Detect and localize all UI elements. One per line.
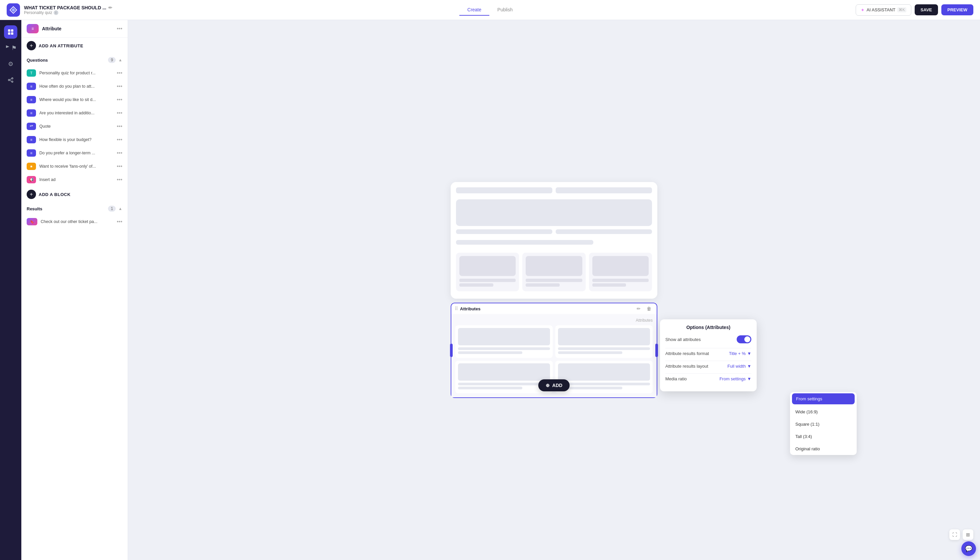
media-ratio-value: From settings: [719, 376, 746, 381]
edit-block-button[interactable]: ✏: [635, 305, 643, 312]
media-ratio-select[interactable]: From settings ▼: [719, 376, 751, 381]
format-select[interactable]: Title + % ▼: [729, 351, 751, 356]
q-menu-1[interactable]: •••: [117, 70, 122, 76]
drag-handle-icon[interactable]: ⠿: [455, 306, 458, 311]
question-item-1[interactable]: T Personality quiz for product r... •••: [21, 66, 128, 80]
question-item-3[interactable]: ≡ Where would you like to sit d... •••: [21, 93, 128, 106]
question-item-7[interactable]: ≡ Do you prefer a longer-term ... •••: [21, 146, 128, 160]
svg-point-6: [8, 79, 10, 81]
q-text-3: Where would you like to sit d...: [39, 97, 113, 102]
result-icon-1: 🔖: [27, 218, 37, 225]
attribute-menu-icon[interactable]: •••: [117, 26, 122, 32]
q-text-4: Are you interested in additio...: [39, 111, 113, 115]
question-item-2[interactable]: ≡ How often do you plan to att... •••: [21, 80, 128, 93]
svg-line-9: [10, 80, 12, 81]
dropdown-item-tall[interactable]: Tall (3:4): [790, 430, 857, 443]
q-text-8: Want to receive 'fans-only' of...: [39, 164, 113, 169]
sidebar-icon-grid[interactable]: [4, 25, 17, 39]
media-ratio-chevron-icon: ▼: [747, 376, 751, 381]
format-chevron-icon: ▼: [747, 351, 751, 356]
q-text-9: Insert ad: [39, 177, 113, 182]
question-item-5[interactable]: ❝❞ Quote •••: [21, 120, 128, 133]
svg-rect-4: [11, 32, 13, 35]
q-menu-4[interactable]: •••: [117, 110, 122, 116]
attr-item-4: [555, 361, 653, 393]
q-icon-5: ❝❞: [27, 123, 36, 130]
q-icon-3: ≡: [27, 96, 36, 103]
attributes-block-header: ⠿ Attributes ✏ 🗑: [451, 303, 657, 314]
attribute-badge: ≡: [27, 24, 39, 33]
show-all-toggle[interactable]: [737, 335, 751, 343]
option-show-all: Show all attributes: [665, 335, 751, 343]
result-item-1[interactable]: 🔖 Check out our other ticket pa... •••: [21, 215, 128, 228]
questions-chevron[interactable]: ▲: [118, 58, 122, 62]
result-menu-1[interactable]: •••: [117, 219, 122, 225]
chat-bubble[interactable]: 💬: [961, 541, 976, 556]
resize-handle-left[interactable]: [450, 344, 453, 357]
question-item-9[interactable]: 📢 Insert ad •••: [21, 173, 128, 186]
layout-value: Full width: [727, 364, 746, 369]
ai-assistant-button[interactable]: ✦ AI ASSISTANT ⌘K: [856, 4, 911, 16]
ai-shortcut: ⌘K: [897, 7, 906, 12]
q-menu-2[interactable]: •••: [117, 83, 122, 89]
save-button[interactable]: SAVE: [915, 4, 938, 15]
tab-create[interactable]: Create: [459, 4, 489, 16]
canvas-inner: ⠿ Attributes ✏ 🗑 Attributes: [451, 182, 657, 398]
info-icon[interactable]: i: [54, 10, 58, 15]
resize-handle-right[interactable]: [655, 344, 658, 357]
option-layout-label: Attribute results layout: [665, 364, 727, 369]
add-block-circle-icon: +: [27, 190, 36, 199]
sidebar-icon-flag[interactable]: ⚑: [4, 41, 17, 55]
add-block-float-button[interactable]: ⊕ ADD: [538, 379, 570, 391]
q-text-2: How often do you plan to att...: [39, 84, 113, 89]
left-panel: ≡ Attribute ••• + ADD AN ATTRIBUTE Quest…: [21, 20, 128, 560]
q-text-5: Quote: [39, 124, 113, 129]
question-item-8[interactable]: ★ Want to receive 'fans-only' of... •••: [21, 160, 128, 173]
nav-tabs: Create Publish: [459, 4, 521, 16]
main-layout: ⚑ ⚙ ≡ Attribute ••• + ADD AN ATTRIBUTE Q…: [0, 20, 980, 560]
edit-title-icon[interactable]: ✏: [108, 5, 112, 10]
sidebar-icon-share[interactable]: [4, 73, 17, 87]
q-menu-5[interactable]: •••: [117, 123, 122, 129]
preview-button[interactable]: PREVIEW: [941, 4, 973, 15]
dropdown-item-square[interactable]: Square (1:1): [790, 418, 857, 430]
dropdown-item-wide[interactable]: Wide (16:9): [790, 406, 857, 418]
tab-publish[interactable]: Publish: [489, 4, 521, 16]
layout-select[interactable]: Full width ▼: [727, 364, 751, 369]
option-layout: Attribute results layout Full width ▼: [665, 364, 751, 369]
option-format: Attribute results format Title + % ▼: [665, 351, 751, 356]
sidebar-icon-settings[interactable]: ⚙: [4, 57, 17, 71]
center-icon[interactable]: ⊞: [963, 529, 973, 540]
question-item-6[interactable]: ≡ How flexible is your budget? •••: [21, 133, 128, 146]
q-menu-8[interactable]: •••: [117, 163, 122, 169]
bottom-right-icons: ⛶ ⊞: [949, 529, 973, 540]
dropdown-item-from-settings[interactable]: From settings: [792, 393, 855, 404]
q-menu-9[interactable]: •••: [117, 177, 122, 183]
q-menu-6[interactable]: •••: [117, 137, 122, 143]
option-media-ratio-label: Media ratio: [665, 376, 719, 381]
add-block-label: ADD A BLOCK: [39, 192, 71, 197]
svg-rect-1: [8, 29, 10, 32]
q-icon-2: ≡: [27, 83, 36, 90]
delete-block-button[interactable]: 🗑: [645, 305, 653, 312]
expand-icon[interactable]: ⛶: [949, 529, 960, 540]
dropdown-item-original[interactable]: Original ratio: [790, 443, 857, 455]
results-chevron[interactable]: ▲: [118, 206, 122, 211]
add-block-button[interactable]: + ADD A BLOCK: [21, 186, 128, 202]
questions-title: Questions: [27, 58, 108, 63]
svg-point-7: [12, 81, 13, 82]
q-menu-3[interactable]: •••: [117, 97, 122, 103]
add-attribute-button[interactable]: + ADD AN ATTRIBUTE: [21, 38, 128, 54]
results-section-header: Results 1 ▲: [21, 202, 128, 215]
questions-section-header: Questions 9 ▲: [21, 54, 128, 66]
canvas: ⠿ Attributes ✏ 🗑 Attributes: [128, 20, 980, 560]
logo[interactable]: [7, 3, 20, 17]
q-icon-1: T: [27, 69, 36, 77]
results-count: 1: [108, 206, 116, 212]
attributes-block-title: Attributes: [460, 306, 635, 311]
option-format-label: Attribute results format: [665, 351, 729, 356]
question-item-4[interactable]: ≡ Are you interested in additio... •••: [21, 106, 128, 120]
nav-actions: ✦ AI ASSISTANT ⌘K SAVE PREVIEW: [856, 4, 973, 16]
q-icon-7: ≡: [27, 149, 36, 157]
q-menu-7[interactable]: •••: [117, 150, 122, 156]
